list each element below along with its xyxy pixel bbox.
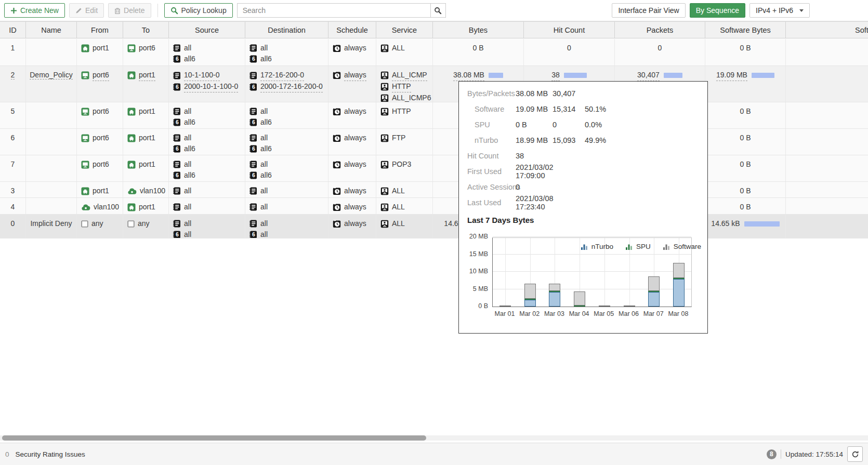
svg-text:6: 6 [176,119,179,125]
delete-button[interactable]: Delete [108,3,151,18]
schedule-clock-icon [333,134,341,142]
stat-row-nturbo: nTurbo18.99 MB15,09349.9% [459,132,707,148]
legend-item-software[interactable]: Software [663,243,701,250]
edit-label: Edit [85,6,98,15]
cell-entry-label: all [260,159,268,170]
ipv6-address-icon: 6 [173,171,181,179]
policy-row-id-6[interactable]: 6port6port1all6all6all6all6alwaysFTP0 B [0,129,868,155]
policy-row-id-0[interactable]: 0Implicit Denyanyanyall6allall6allalways… [0,215,868,238]
cell-destination: 172-16-200-062000-172-16-200-0 [245,66,328,102]
stat-label: Hit Count [459,152,516,160]
stat-row-spu: SPU0 B00.0% [459,117,707,132]
stat-label: nTurbo [459,136,516,144]
horizontal-scrollbar[interactable] [0,435,868,441]
cell-service: ALL [376,215,433,238]
column-header-service[interactable]: Service [376,22,433,38]
gridline-horizontal [493,236,691,237]
view-switch-group: Interface Pair View By Sequence IPv4 + I… [612,3,810,18]
column-header-from[interactable]: From [77,22,123,38]
software-bytes-value: 0 B [740,132,751,143]
refresh-button[interactable] [847,446,863,462]
cell-entry: 6all [169,229,245,238]
stacked-bar-mar-03 [549,284,560,307]
address-icon [249,108,257,115]
ethernet-port-icon [127,203,136,211]
cell-destination: all6all [245,215,328,238]
search-button[interactable] [430,3,446,18]
service-icon [380,83,389,91]
cell-bytes: 0 B [433,39,524,65]
cell-software-packets [786,215,868,238]
cell-name: Implicit Deny [26,215,77,238]
column-header-destination[interactable]: Destination [245,22,328,38]
bar-segment-spu [648,291,660,292]
cell-entry: port1 [123,106,168,117]
column-header-bytes[interactable]: Bytes [433,22,524,38]
cell-entry: all [245,43,328,54]
software-bytes-value: 14.65 kB [711,218,740,229]
column-header-hit-count[interactable]: Hit Count [524,22,615,38]
cell-id: 1 [0,39,26,65]
ip-version-dropdown[interactable]: IPv4 + IPv6 [749,3,810,18]
cell-entry-label: all [184,218,191,229]
cell-entry-label: any [91,218,103,229]
policy-row-id-1[interactable]: 1port1port6all6all6all6all6alwaysALL0 B0… [0,39,868,66]
column-header-name[interactable]: Name [26,22,77,38]
cell-entry-label: ALL [392,43,405,54]
create-new-button[interactable]: Create New [4,3,65,18]
cell-to: port1 [123,155,169,181]
svg-text:6: 6 [252,119,255,125]
bytes-value: 38.08 MB [453,70,484,81]
cell-entry: port6 [77,159,123,170]
ip-version-label: IPv4 + IPv6 [756,6,793,15]
legend-label: Software [674,243,701,250]
search-input[interactable] [237,3,430,18]
policy-row-id-5[interactable]: 5port6port1all6all6all6all6alwaysHTTP0 B [0,102,868,129]
stacked-bar-mar-02 [524,284,536,307]
cell-from: vlan100 [77,198,123,214]
policy-row-id-4[interactable]: 4vlan100port1allallalwaysALL0 B [0,198,868,215]
policy-stats-list: Bytes/Packets38.08 MB30,407Software19.09… [459,82,707,210]
address-icon [249,72,257,79]
policy-row-id-2[interactable]: 2Demo_Policyport6port110-1-100-062000-10… [0,66,868,102]
cell-entry: all [245,218,328,229]
software-bytes: 0 B [705,132,785,143]
cell-from: port6 [77,155,123,181]
svg-text:6: 6 [252,145,255,152]
column-header-schedule[interactable]: Schedule [328,22,376,38]
column-header-source[interactable]: Source [169,22,245,38]
column-header-software-packets[interactable]: Software Packets [786,22,868,38]
column-header-packets[interactable]: Packets [615,22,705,38]
cell-entry-label: vlan100 [94,202,119,212]
column-header-to[interactable]: To [123,22,169,38]
address-icon [173,134,181,142]
scrollbar-thumb[interactable] [2,435,426,441]
gridline-vertical [555,238,555,307]
vlan-cloud-icon [81,204,90,211]
cell-schedule: always [328,215,376,238]
plus-icon [10,7,17,14]
cell-entry-label: always [344,202,366,212]
policy-id: 2 [11,71,15,79]
cell-entry: ALL_ICMP6 [376,92,432,102]
column-header-label: Software Packets [855,26,868,34]
schedule-clock-icon [333,71,341,79]
by-sequence-button[interactable]: By Sequence [690,3,745,18]
policy-lookup-button[interactable]: Policy Lookup [164,3,233,18]
edit-button[interactable]: Edit [69,3,104,18]
column-header-id[interactable]: ID [0,22,26,38]
legend-item-nturbo[interactable]: nTurbo [581,243,613,250]
policy-row-id-3[interactable]: 3port1vlan100allallalwaysALL0 B [0,182,868,198]
column-header-software-bytes[interactable]: Software Bytes [705,22,786,38]
interface-pair-view-button[interactable]: Interface Pair View [612,3,685,18]
cell-to: port1 [123,102,169,128]
cell-entry: port6 [77,132,123,143]
policy-id: 6 [11,134,15,142]
legend-item-spu[interactable]: SPU [626,243,651,250]
cell-entry-label: always [344,70,366,81]
policy-row-id-7[interactable]: 7port6port1all6all6all6all6alwaysPOP30 B [0,155,868,182]
packets-usage-bar [664,73,682,78]
stacked-bar-mar-04 [574,291,585,307]
cell-entry: HTTP [376,106,432,117]
software-bytes-value: 19.09 MB [716,70,747,81]
